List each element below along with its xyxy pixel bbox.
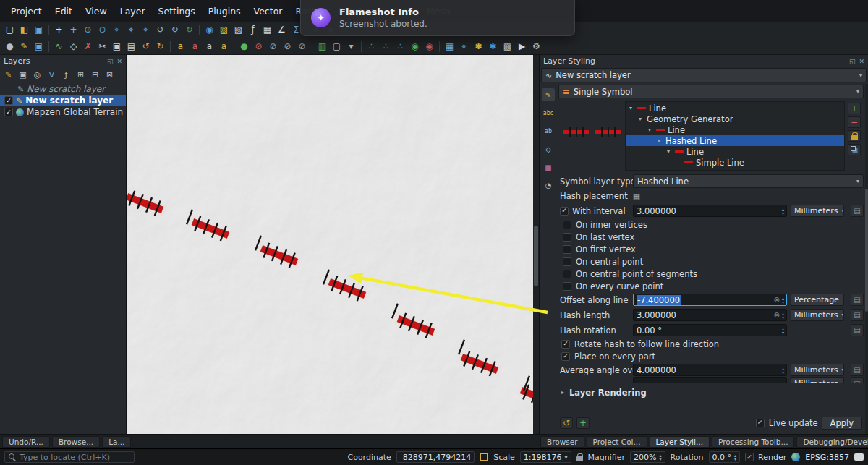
style-history-button[interactable]: ↺ [560, 417, 573, 429]
symbol-node-geometry-generator[interactable]: ▾Geometry Generator [626, 114, 844, 124]
expander-icon[interactable]: ▾ [627, 105, 634, 111]
attribute-table-icon[interactable]: ▦ [260, 23, 274, 37]
processing-star-yellow-icon[interactable]: ✱ [472, 40, 485, 54]
placement-options-icon[interactable]: ▦ [633, 192, 640, 201]
select-features-icon[interactable]: ▨ [217, 23, 231, 37]
delete-selected-icon[interactable]: ✗ [81, 40, 95, 54]
symbol-node-line[interactable]: ▾Line [626, 103, 844, 114]
hash-rotation-input[interactable]: 0.00 ° ▴▾ [633, 324, 787, 336]
render-checkbox[interactable]: ✓ Render [745, 451, 786, 463]
expander-icon[interactable]: ▾ [637, 116, 644, 122]
filter-legend-icon[interactable]: ∇ [46, 69, 58, 80]
average-angle-unit-combo[interactable]: Millimeters▾ [791, 364, 844, 376]
apply-button[interactable]: Apply [822, 417, 862, 430]
processing-star-blue-icon[interactable]: ✱ [486, 40, 500, 54]
interval-input[interactable]: 3.000000 ▴▾ [633, 205, 787, 217]
spinner-icon[interactable]: ▴▾ [782, 327, 784, 334]
symbol-preview[interactable] [595, 126, 621, 137]
spinner-icon[interactable]: ▴▾ [782, 297, 784, 304]
expander-icon[interactable]: ▾ [646, 127, 653, 133]
menu-vector[interactable]: Vector [247, 3, 289, 20]
symbol-preview[interactable] [563, 126, 589, 137]
no-labels-icon[interactable]: ⊘ [252, 40, 265, 54]
diagrams-tab[interactable]: ▦ [542, 161, 555, 174]
undo-icon[interactable]: ↺ [139, 40, 153, 54]
checkbox-on-first-vertex[interactable]: On first vertex [558, 243, 864, 255]
crs-label[interactable]: EPSG:3857 [805, 453, 849, 462]
dock-tab-debugging-development-to-[interactable]: Debugging/Development To... [796, 436, 868, 448]
checkbox-rotate-hash-to-follow-line-direction[interactable]: ✓Rotate hash to follow line direction [558, 338, 864, 350]
cut-features-icon[interactable]: ✂ [95, 40, 109, 54]
style-dot-icon[interactable]: ● [237, 40, 251, 54]
styling-layer-selector[interactable]: ∿ New scratch layer ▾ [541, 68, 867, 82]
digitize-points-2-icon[interactable]: ∴ [379, 40, 393, 54]
layer-labeling-icon[interactable]: a [174, 40, 187, 54]
geometry-pair-red-icon[interactable]: ◉ [422, 40, 436, 54]
add-group-icon[interactable]: ▣ [17, 69, 29, 80]
scrollbar-thumb[interactable] [534, 226, 538, 286]
layer-visibility-checkbox[interactable]: ✓ [4, 96, 13, 105]
expander-icon[interactable]: ▾ [665, 148, 672, 155]
labels-tab[interactable]: abc [542, 106, 555, 119]
digitize-points-3-icon[interactable]: ∴ [393, 40, 407, 54]
3d-view-tab[interactable]: ◇ [542, 142, 555, 155]
symbol-node-line[interactable]: ▾Line [626, 124, 844, 135]
locator-input[interactable]: Type to locate (Ctrl+K) [4, 451, 135, 463]
pan-to-selection-icon[interactable]: + [67, 23, 80, 37]
dock-tab-browse-[interactable]: Browse... [52, 436, 100, 448]
lock-colors-button[interactable] [848, 130, 861, 142]
save-style-button[interactable]: + [576, 417, 590, 429]
menu-edit[interactable]: Edit [48, 3, 79, 20]
hash-rotation-data-defined-button[interactable]: ▤ [851, 324, 864, 336]
manage-map-themes-icon[interactable]: ◎ [31, 69, 43, 80]
toolbox-icon[interactable]: ▩ [501, 40, 514, 54]
add-line-feature-icon[interactable]: ∿ [52, 40, 66, 54]
zoom-to-selection-icon[interactable]: ⌖ [124, 23, 138, 37]
label-tool-1-icon[interactable]: ⊘ [266, 40, 280, 54]
symbol-node-hashed-line[interactable]: ▾Hashed Line [626, 135, 844, 146]
menu-project[interactable]: Project [4, 3, 48, 20]
menu-plugins[interactable]: Plugins [202, 3, 247, 20]
checkbox-on-every-curve-point[interactable]: On every curve point [558, 280, 864, 292]
dock-tab-undo-r-[interactable]: Undo/R... [2, 436, 50, 448]
copy-features-icon[interactable]: ▣ [110, 40, 124, 54]
menu-view[interactable]: View [79, 3, 114, 20]
symbology-tab[interactable]: ✎ [542, 88, 555, 101]
average-angle-data-defined-button[interactable]: ▤ [851, 364, 864, 376]
clear-icon[interactable]: ⊗ [774, 311, 780, 319]
layer-item-new-scratch-layer[interactable]: ✓✎New scratch layer [0, 95, 126, 106]
messages-icon[interactable] [854, 453, 864, 461]
checkbox-on-inner-vertices[interactable]: On inner vertices [558, 218, 864, 231]
grid-icon[interactable]: ▦ [443, 40, 456, 54]
checkbox-place-on-every-part[interactable]: ✓Place on every part [558, 350, 864, 362]
extent-toggle-icon[interactable] [480, 453, 488, 461]
symbol-node-line[interactable]: ▾Line [626, 146, 844, 157]
undock-styling-icon[interactable]: ◱ [849, 58, 856, 65]
hash-length-data-defined-button[interactable]: ▤ [851, 309, 864, 321]
menu-settings[interactable]: Settings [152, 3, 202, 20]
offset-unit-combo[interactable]: Percentage▾ [791, 294, 844, 306]
georeferencer-icon[interactable]: ⌖ [457, 40, 471, 54]
scale-lock-icon[interactable] [576, 456, 583, 461]
expand-all-icon[interactable]: ⊞ [75, 69, 87, 80]
spinner-icon[interactable]: ▴▾ [782, 312, 784, 319]
filter-by-expression-icon[interactable]: ƒ [60, 69, 72, 80]
scale-combo[interactable]: 1:198176▾ [520, 451, 571, 463]
label-tool-3-icon[interactable]: ⊘ [295, 40, 309, 54]
with-interval-checkbox[interactable]: ✓ [560, 207, 569, 216]
dock-tab-la-[interactable]: La... [102, 436, 131, 448]
interval-unit-combo[interactable]: Millimeters▾ [791, 205, 844, 217]
map-canvas[interactable] [127, 55, 533, 434]
collapse-all-icon[interactable]: ⊟ [89, 69, 101, 80]
offset-along-line-input[interactable]: -7.400000 ⊗▴▾ [633, 294, 787, 306]
average-angle-input[interactable]: 4.000000 ▴▾ [633, 364, 787, 376]
close-styling-icon[interactable]: ✕ [859, 58, 864, 65]
map-scrollbar[interactable] [533, 55, 539, 434]
layer-diagram-icon[interactable]: a [188, 40, 202, 54]
clear-icon[interactable]: ⊗ [774, 296, 780, 304]
layer-item-mapzen-global-terrain[interactable]: ✓Mapzen Global Terrain [0, 106, 126, 118]
live-update-checkbox[interactable]: ✓ Live update [753, 417, 818, 429]
symbol-mode-combo[interactable]: ≡ Single Symbol ▾ [558, 85, 864, 98]
zoom-next-icon[interactable]: ↻ [168, 23, 182, 37]
menu-layer[interactable]: Layer [114, 3, 152, 20]
